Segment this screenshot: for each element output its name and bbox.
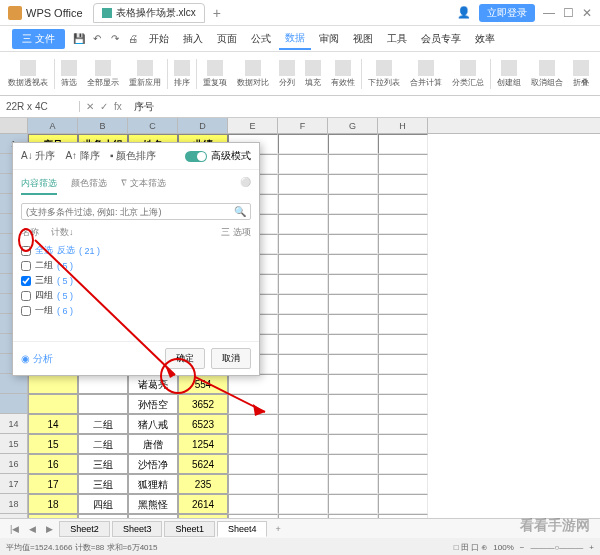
cell-empty[interactable] (228, 394, 278, 414)
clear-filter-button[interactable]: ⚪ (240, 174, 251, 195)
menu-review[interactable]: 审阅 (313, 29, 345, 49)
filter-search-input[interactable] (26, 207, 234, 217)
ribbon-0[interactable]: 数据透视表 (4, 58, 52, 90)
tab-text-filter[interactable]: ∇ 文本筛选 (121, 174, 166, 195)
cell[interactable]: 15 (28, 434, 78, 454)
cell-empty[interactable] (328, 234, 378, 254)
cell[interactable]: 猪八戒 (128, 414, 178, 434)
cell-empty[interactable] (278, 214, 328, 234)
filter-item[interactable]: 三组 ( 5 ) (21, 273, 251, 288)
zoom-out-button[interactable]: − (520, 543, 525, 552)
sheet-nav-prev[interactable]: ◀ (25, 524, 40, 534)
col-header-a[interactable]: A (28, 118, 78, 133)
ribbon-4[interactable]: 排序 (170, 58, 194, 90)
cell-empty[interactable] (278, 394, 328, 414)
sheet-tab[interactable]: Sheet1 (164, 521, 215, 537)
cell-empty[interactable] (328, 454, 378, 474)
ribbon-7[interactable]: 分列 (275, 58, 299, 90)
ribbon-1[interactable]: 筛选 (57, 58, 81, 90)
cell-empty[interactable] (278, 154, 328, 174)
filter-checkbox[interactable] (21, 276, 31, 286)
cell-empty[interactable] (228, 474, 278, 494)
cell-empty[interactable] (278, 374, 328, 394)
cell[interactable]: 孙悟空 (128, 394, 178, 414)
cell[interactable]: 三组 (78, 454, 128, 474)
cell[interactable]: 16 (28, 454, 78, 474)
ribbon-9[interactable]: 有效性 (327, 58, 359, 90)
advanced-toggle[interactable] (185, 151, 207, 162)
cell-empty[interactable] (328, 314, 378, 334)
menu-tools[interactable]: 工具 (381, 29, 413, 49)
ok-button[interactable]: 确定 (165, 348, 205, 369)
col-header-d[interactable]: D (178, 118, 228, 133)
cell-empty[interactable] (328, 354, 378, 374)
ribbon-6[interactable]: 数据对比 (233, 58, 273, 90)
cell[interactable]: 235 (178, 474, 228, 494)
filter-item[interactable]: 四组 ( 5 ) (21, 288, 251, 303)
menu-insert[interactable]: 插入 (177, 29, 209, 49)
cell[interactable]: 四组 (78, 494, 128, 514)
cell-empty[interactable] (278, 514, 328, 518)
cell-empty[interactable] (278, 174, 328, 194)
cell[interactable]: 3652 (178, 394, 228, 414)
cell-empty[interactable] (228, 494, 278, 514)
cell[interactable]: 19 (28, 514, 78, 518)
ribbon-3[interactable]: 重新应用 (125, 58, 165, 90)
cell[interactable]: 三组 (78, 474, 128, 494)
cell[interactable]: 17 (28, 474, 78, 494)
cell[interactable]: 沙悟净 (128, 454, 178, 474)
cell-empty[interactable] (328, 394, 378, 414)
ribbon-14[interactable]: 取消组合 (527, 58, 567, 90)
col-header-h[interactable]: H (378, 118, 428, 133)
cell-empty[interactable] (278, 474, 328, 494)
row-header[interactable]: 19 (0, 514, 28, 518)
cell-empty[interactable] (278, 194, 328, 214)
menu-member[interactable]: 会员专享 (415, 29, 467, 49)
cell-empty[interactable] (228, 454, 278, 474)
cell-empty[interactable] (278, 314, 328, 334)
cell-empty[interactable] (378, 254, 428, 274)
col-header-b[interactable]: B (78, 118, 128, 133)
cell-empty[interactable] (278, 334, 328, 354)
row-header[interactable]: 17 (0, 474, 28, 494)
cell[interactable]: 2614 (178, 494, 228, 514)
options-button[interactable]: 三 选项 (221, 226, 251, 239)
maximize-button[interactable]: ☐ (563, 6, 574, 20)
col-header-g[interactable]: G (328, 118, 378, 133)
col-header-f[interactable]: F (278, 118, 328, 133)
filter-search[interactable]: 🔍 (21, 203, 251, 220)
menu-data[interactable]: 数据 (279, 28, 311, 50)
sheet-tab[interactable]: Sheet3 (112, 521, 163, 537)
cell-empty[interactable] (228, 514, 278, 518)
cell-empty[interactable] (328, 474, 378, 494)
cell-empty[interactable] (278, 254, 328, 274)
search-icon[interactable]: 🔍 (234, 206, 246, 217)
close-button[interactable]: ✕ (582, 6, 592, 20)
cell-empty[interactable] (278, 414, 328, 434)
row-header[interactable] (0, 374, 28, 394)
cell-empty[interactable] (378, 494, 428, 514)
menu-view[interactable]: 视图 (347, 29, 379, 49)
cell[interactable]: 5624 (178, 454, 228, 474)
cell-empty[interactable] (378, 394, 428, 414)
zoom-in-button[interactable]: + (589, 543, 594, 552)
ribbon-15[interactable]: 折叠 (569, 58, 593, 90)
cell-empty[interactable] (328, 254, 378, 274)
fx-icon[interactable]: fx (114, 101, 122, 112)
cell-empty[interactable] (228, 374, 278, 394)
cancel-button[interactable]: 取消 (211, 348, 251, 369)
cell-empty[interactable] (328, 374, 378, 394)
cell-empty[interactable] (378, 374, 428, 394)
filter-item[interactable]: 一组 ( 6 ) (21, 303, 251, 318)
cell-empty[interactable] (378, 214, 428, 234)
ribbon-5[interactable]: 重复项 (199, 58, 231, 90)
login-button[interactable]: 立即登录 (479, 4, 535, 22)
cell[interactable]: 254 (178, 514, 228, 518)
cell[interactable] (78, 374, 128, 394)
cell-empty[interactable] (278, 294, 328, 314)
cell-empty[interactable] (378, 474, 428, 494)
cell[interactable]: 诸葛亮 (128, 374, 178, 394)
sheet-tab[interactable]: Sheet2 (59, 521, 110, 537)
row-header[interactable]: 14 (0, 414, 28, 434)
cancel-fx-icon[interactable]: ✕ (86, 101, 94, 112)
